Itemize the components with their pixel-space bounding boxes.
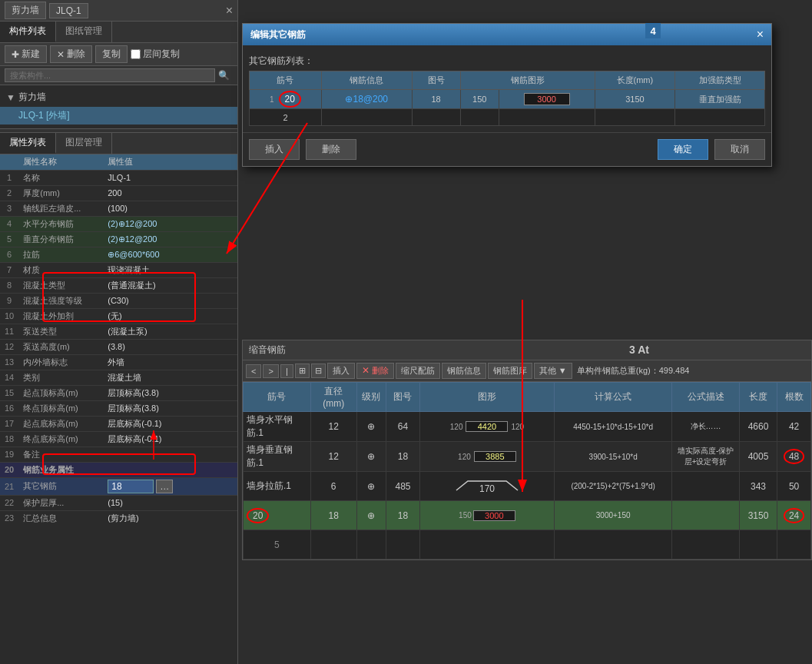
props-tabs: 属性列表 图层管理 <box>0 133 237 154</box>
th-length: 长度 <box>739 383 777 412</box>
cell-formula-3: (200-2*15)+2*(75+1.9*d) <box>555 472 672 501</box>
props-row: 23 汇总信息 (剪力墙) <box>0 510 237 523</box>
props-name-23: 汇总信息 <box>18 510 103 523</box>
props-name-14: 类别 <box>18 370 103 385</box>
props-row: 13 内/外墙标志 外墙 <box>0 354 237 370</box>
rebar-next-btn[interactable]: > <box>263 364 278 378</box>
col-type: 加强筋类型 <box>675 71 765 90</box>
rebar-prev-btn[interactable]: < <box>246 364 261 378</box>
props-num-4: 4 <box>0 216 18 231</box>
props-row: 22 保护层厚... (15) <box>0 495 237 510</box>
search-input[interactable] <box>5 68 215 82</box>
shape-input-1[interactable] <box>466 421 508 432</box>
shape-input-4[interactable] <box>473 510 515 521</box>
cell-fignum-1: 64 <box>386 412 420 442</box>
props-name-12: 泵送高度(m) <box>18 339 103 354</box>
rebar-scale-btn[interactable]: 缩尺配筋 <box>396 363 440 379</box>
props-val-15: 层顶标高(3.8) <box>103 385 237 400</box>
rebar-delete-btn[interactable]: ✕ 删除 <box>356 363 394 379</box>
props-row: 15 起点顶标高(m) 层顶标高(3.8) <box>0 385 237 400</box>
props-name-22: 保护层厚... <box>18 495 103 510</box>
dialog-insert-btn[interactable]: 插入 <box>249 139 300 160</box>
rebar-row-2: 墙身垂直钢筋.1 12 ⊕ 18 120 3900-15+10*d 墙实际高度-… <box>244 442 811 472</box>
edit-other-rebar-dialog: 编辑其它钢筋 × 其它钢筋列表： 筋号 钢筋信息 图号 钢筋图形 长度(mm) … <box>242 23 772 167</box>
layer-copy-checkbox[interactable] <box>131 49 141 59</box>
cell-len-3: 343 <box>739 472 777 501</box>
props-edit-btn-21[interactable]: … <box>156 480 173 493</box>
th-name: 筋号 <box>244 383 311 412</box>
rebar-library-btn[interactable]: 钢筋图库 <box>488 363 532 379</box>
props-row: 2 厚度(mm) 200 <box>0 185 237 201</box>
rebar-other-btn[interactable]: 其他 ▼ <box>534 363 572 379</box>
cell-len-1: 4660 <box>739 412 777 442</box>
shape-input-2[interactable] <box>474 451 516 462</box>
dialog-cancel-btn[interactable]: 取消 <box>714 139 765 160</box>
rebar-panel: 缩音钢筋 < > | ⊞ ⊟ 插入 ✕ 删除 缩尺配筋 钢筋信息 钢筋图库 其他… <box>242 340 812 560</box>
close-left-panel-btn[interactable]: × <box>226 4 233 18</box>
props-val-6: ⊕6@600*600 <box>103 247 237 262</box>
dialog-close-btn[interactable]: × <box>757 28 764 42</box>
props-num-15: 15 <box>0 385 18 400</box>
row4-circle: 20 <box>247 508 269 523</box>
component-tabs: 构件列表 图纸管理 <box>0 22 237 43</box>
rebar-insert-btn[interactable]: 插入 <box>327 363 355 379</box>
props-val-8: (普通混凝土) <box>103 277 237 293</box>
dialog-delete-btn[interactable]: 删除 <box>306 139 356 160</box>
tab-props-list[interactable]: 属性列表 <box>0 133 56 154</box>
tree-child-jlq1[interactable]: JLQ-1 [外墙] <box>0 107 237 124</box>
props-val-13: 外墙 <box>103 354 237 370</box>
cell-desc-2: 墙实际高度-保护层+设定弯折 <box>672 442 740 472</box>
props-val-16: 层顶标高(3.8) <box>103 400 237 416</box>
new-btn[interactable]: ✚ 新建 <box>5 45 47 63</box>
props-row: 7 材质 现浇混凝土 <box>0 262 237 277</box>
dialog-title: 编辑其它钢筋 <box>250 28 306 42</box>
component-id-dropdown[interactable]: JLQ-1 <box>49 3 88 18</box>
cell-desc-4 <box>672 501 740 530</box>
component-type-dropdown[interactable]: 剪力墙 <box>5 2 46 19</box>
props-name-7: 材质 <box>18 262 103 277</box>
dialog-cell-length-input[interactable] <box>499 90 595 109</box>
dialog-length-input[interactable] <box>524 93 570 105</box>
cell-count-3: 50 <box>777 472 811 501</box>
rebar-end-btn[interactable]: | <box>280 364 293 378</box>
tab-layer-mgmt[interactable]: 图层管理 <box>56 133 112 154</box>
props-val-19 <box>103 447 237 462</box>
th-count: 根数 <box>777 383 811 412</box>
props-name-16: 终点顶标高(m) <box>18 400 103 416</box>
rebar-info-btn[interactable]: 钢筋信息 <box>442 363 486 379</box>
props-name-4: 水平分布钢筋 <box>18 216 103 231</box>
dialog-confirm-btn[interactable]: 确定 <box>658 139 708 160</box>
props-row: 8 混凝土类型 (普通混凝土) <box>0 277 237 293</box>
props-table: 属性名称 属性值 1 名称 JLQ-1 2 厚度(mm) 200 3 轴线距左墙… <box>0 154 237 523</box>
svg-text:170: 170 <box>479 483 495 494</box>
props-input-21[interactable] <box>108 480 154 493</box>
tab-drawing-management[interactable]: 图纸管理 <box>56 22 112 42</box>
props-name-3: 轴线距左墙皮... <box>18 201 103 216</box>
th-fignum: 图号 <box>386 383 420 412</box>
cell-formula-2: 3900-15+10*d <box>555 442 672 472</box>
dialog-cell-total-len: 3150 <box>595 90 675 109</box>
props-name-19: 备注 <box>18 447 103 462</box>
rebar-nav-icon2[interactable]: ⊟ <box>311 364 326 378</box>
props-name-17: 起点底标高(m) <box>18 416 103 431</box>
cell-dia-1: 12 <box>310 412 356 442</box>
rebar-table: 筋号 直径(mm) 级别 图号 图形 计算公式 公式描述 长度 根数 墙身水平钢… <box>243 382 811 559</box>
search-icon: 🔍 <box>215 68 233 82</box>
props-name-2: 厚度(mm) <box>18 185 103 201</box>
props-num-8: 8 <box>0 277 18 293</box>
tab-component-list[interactable]: 构件列表 <box>0 22 56 42</box>
props-val-12: (3.8) <box>103 339 237 354</box>
props-name-21: 其它钢筋 <box>18 477 103 495</box>
delete-btn[interactable]: ✕ 删除 <box>50 45 92 63</box>
props-val-4: (2)⊕12@200 <box>103 216 237 231</box>
triangle-icon: ▼ <box>6 92 15 103</box>
props-num-19: 19 <box>0 447 18 462</box>
left-panel: 剪力墙 JLQ-1 × 构件列表 图纸管理 ✚ 新建 ✕ 删除 复制 层间复制 … <box>0 0 238 664</box>
row-num-circle: 20 <box>279 91 301 108</box>
rebar-nav-icon1[interactable]: ⊞ <box>295 364 310 378</box>
props-val-21[interactable]: … <box>103 477 237 495</box>
copy-btn[interactable]: 复制 <box>95 45 128 63</box>
cell-desc-3 <box>672 472 740 501</box>
cell-count-4: 24 <box>777 501 811 530</box>
th-formula: 计算公式 <box>555 383 672 412</box>
